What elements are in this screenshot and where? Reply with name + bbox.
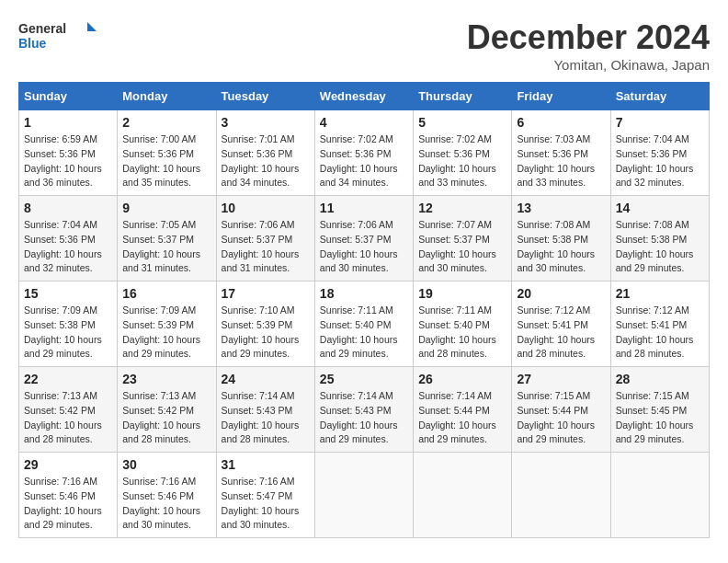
calendar-cell [610, 453, 709, 538]
calendar-cell: 1Sunrise: 6:59 AMSunset: 5:36 PMDaylight… [19, 110, 118, 196]
calendar-cell: 5Sunrise: 7:02 AMSunset: 5:36 PMDaylight… [414, 110, 512, 196]
day-info: Sunrise: 7:15 AMSunset: 5:44 PMDaylight:… [517, 389, 605, 447]
day-info: Sunrise: 7:09 AMSunset: 5:39 PMDaylight:… [122, 304, 210, 362]
calendar-table: SundayMondayTuesdayWednesdayThursdayFrid… [18, 82, 710, 538]
day-info: Sunrise: 7:14 AMSunset: 5:43 PMDaylight:… [222, 389, 310, 447]
day-info: Sunrise: 7:02 AMSunset: 5:36 PMDaylight:… [320, 132, 408, 190]
day-number: 24 [222, 372, 310, 386]
calendar-header-row: SundayMondayTuesdayWednesdayThursdayFrid… [19, 83, 710, 110]
calendar-cell: 20Sunrise: 7:12 AMSunset: 5:41 PMDayligh… [512, 282, 610, 367]
day-number: 15 [24, 286, 112, 301]
calendar-cell: 16Sunrise: 7:09 AMSunset: 5:39 PMDayligh… [118, 282, 216, 367]
calendar-week-2: 8Sunrise: 7:04 AMSunset: 5:36 PMDaylight… [19, 196, 710, 282]
calendar-cell: 8Sunrise: 7:04 AMSunset: 5:36 PMDaylight… [19, 196, 118, 282]
day-number: 19 [418, 286, 506, 301]
calendar-cell: 27Sunrise: 7:15 AMSunset: 5:44 PMDayligh… [512, 367, 610, 453]
calendar-subtitle: Yomitan, Okinawa, Japan [467, 57, 710, 73]
day-number: 13 [517, 201, 605, 215]
day-info: Sunrise: 7:13 AMSunset: 5:42 PMDaylight:… [122, 389, 210, 447]
day-info: Sunrise: 7:13 AMSunset: 5:42 PMDaylight:… [24, 389, 112, 447]
calendar-week-1: 1Sunrise: 6:59 AMSunset: 5:36 PMDaylight… [19, 110, 710, 196]
header-sunday: Sunday [19, 83, 118, 110]
calendar-cell: 15Sunrise: 7:09 AMSunset: 5:38 PMDayligh… [19, 282, 118, 367]
day-number: 12 [418, 201, 506, 215]
day-info: Sunrise: 7:02 AMSunset: 5:36 PMDaylight:… [418, 132, 506, 190]
svg-marker-2 [87, 22, 97, 31]
day-number: 14 [616, 201, 704, 215]
day-info: Sunrise: 7:09 AMSunset: 5:38 PMDaylight:… [24, 304, 112, 362]
calendar-cell [512, 453, 610, 538]
header-friday: Friday [512, 83, 610, 110]
day-number: 30 [122, 457, 210, 472]
day-number: 3 [222, 115, 310, 130]
header-thursday: Thursday [414, 83, 512, 110]
calendar-cell: 11Sunrise: 7:06 AMSunset: 5:37 PMDayligh… [314, 196, 413, 282]
day-number: 20 [517, 286, 605, 301]
day-info: Sunrise: 7:10 AMSunset: 5:39 PMDaylight:… [222, 304, 310, 362]
calendar-cell: 9Sunrise: 7:05 AMSunset: 5:37 PMDaylight… [118, 196, 216, 282]
day-number: 4 [320, 115, 408, 130]
calendar-cell: 6Sunrise: 7:03 AMSunset: 5:36 PMDaylight… [512, 110, 610, 196]
day-info: Sunrise: 7:00 AMSunset: 5:36 PMDaylight:… [122, 132, 210, 190]
day-info: Sunrise: 7:04 AMSunset: 5:36 PMDaylight:… [24, 218, 112, 276]
day-info: Sunrise: 7:14 AMSunset: 5:44 PMDaylight:… [418, 389, 506, 447]
day-info: Sunrise: 7:08 AMSunset: 5:38 PMDaylight:… [517, 218, 605, 276]
svg-text:Blue: Blue [18, 36, 47, 51]
calendar-cell: 29Sunrise: 7:16 AMSunset: 5:46 PMDayligh… [19, 453, 118, 538]
day-number: 17 [222, 286, 310, 301]
calendar-cell: 30Sunrise: 7:16 AMSunset: 5:46 PMDayligh… [118, 453, 216, 538]
day-number: 2 [122, 115, 210, 130]
day-number: 28 [616, 372, 704, 386]
calendar-week-5: 29Sunrise: 7:16 AMSunset: 5:46 PMDayligh… [19, 453, 710, 538]
day-info: Sunrise: 7:12 AMSunset: 5:41 PMDaylight:… [616, 304, 704, 362]
day-number: 27 [517, 372, 605, 386]
day-info: Sunrise: 7:03 AMSunset: 5:36 PMDaylight:… [517, 132, 605, 190]
day-number: 18 [320, 286, 408, 301]
day-info: Sunrise: 7:06 AMSunset: 5:37 PMDaylight:… [222, 218, 310, 276]
calendar-cell [314, 453, 413, 538]
calendar-cell [414, 453, 512, 538]
day-number: 6 [517, 115, 605, 130]
header-monday: Monday [118, 83, 216, 110]
day-number: 16 [122, 286, 210, 301]
calendar-cell: 7Sunrise: 7:04 AMSunset: 5:36 PMDaylight… [610, 110, 709, 196]
title-block: December 2024 Yomitan, Okinawa, Japan [467, 18, 710, 73]
calendar-cell: 12Sunrise: 7:07 AMSunset: 5:37 PMDayligh… [414, 196, 512, 282]
day-number: 21 [616, 286, 704, 301]
day-info: Sunrise: 7:04 AMSunset: 5:36 PMDaylight:… [616, 132, 704, 190]
day-number: 29 [24, 457, 112, 472]
calendar-cell: 17Sunrise: 7:10 AMSunset: 5:39 PMDayligh… [216, 282, 314, 367]
day-info: Sunrise: 7:06 AMSunset: 5:37 PMDaylight:… [320, 218, 408, 276]
calendar-cell: 28Sunrise: 7:15 AMSunset: 5:45 PMDayligh… [610, 367, 709, 453]
header-tuesday: Tuesday [216, 83, 314, 110]
calendar-week-3: 15Sunrise: 7:09 AMSunset: 5:38 PMDayligh… [19, 282, 710, 367]
day-number: 8 [24, 201, 112, 215]
calendar-week-4: 22Sunrise: 7:13 AMSunset: 5:42 PMDayligh… [19, 367, 710, 453]
day-info: Sunrise: 7:14 AMSunset: 5:43 PMDaylight:… [320, 389, 408, 447]
day-info: Sunrise: 7:05 AMSunset: 5:37 PMDaylight:… [122, 218, 210, 276]
day-info: Sunrise: 7:07 AMSunset: 5:37 PMDaylight:… [418, 218, 506, 276]
calendar-cell: 22Sunrise: 7:13 AMSunset: 5:42 PMDayligh… [19, 367, 118, 453]
day-info: Sunrise: 6:59 AMSunset: 5:36 PMDaylight:… [24, 132, 112, 190]
calendar-cell: 14Sunrise: 7:08 AMSunset: 5:38 PMDayligh… [610, 196, 709, 282]
day-info: Sunrise: 7:11 AMSunset: 5:40 PMDaylight:… [320, 304, 408, 362]
day-info: Sunrise: 7:16 AMSunset: 5:46 PMDaylight:… [24, 475, 112, 533]
logo: General Blue [18, 18, 101, 55]
day-number: 23 [122, 372, 210, 386]
calendar-cell: 25Sunrise: 7:14 AMSunset: 5:43 PMDayligh… [314, 367, 413, 453]
svg-text:General: General [18, 21, 66, 36]
calendar-cell: 13Sunrise: 7:08 AMSunset: 5:38 PMDayligh… [512, 196, 610, 282]
calendar-cell: 24Sunrise: 7:14 AMSunset: 5:43 PMDayligh… [216, 367, 314, 453]
day-number: 5 [418, 115, 506, 130]
day-info: Sunrise: 7:08 AMSunset: 5:38 PMDaylight:… [616, 218, 704, 276]
header-wednesday: Wednesday [314, 83, 413, 110]
calendar-cell: 31Sunrise: 7:16 AMSunset: 5:47 PMDayligh… [216, 453, 314, 538]
calendar-title: December 2024 [467, 18, 710, 57]
calendar-cell: 10Sunrise: 7:06 AMSunset: 5:37 PMDayligh… [216, 196, 314, 282]
day-info: Sunrise: 7:11 AMSunset: 5:40 PMDaylight:… [418, 304, 506, 362]
day-number: 26 [418, 372, 506, 386]
day-info: Sunrise: 7:01 AMSunset: 5:36 PMDaylight:… [222, 132, 310, 190]
day-number: 1 [24, 115, 112, 130]
calendar-cell: 3Sunrise: 7:01 AMSunset: 5:36 PMDaylight… [216, 110, 314, 196]
calendar-cell: 4Sunrise: 7:02 AMSunset: 5:36 PMDaylight… [314, 110, 413, 196]
